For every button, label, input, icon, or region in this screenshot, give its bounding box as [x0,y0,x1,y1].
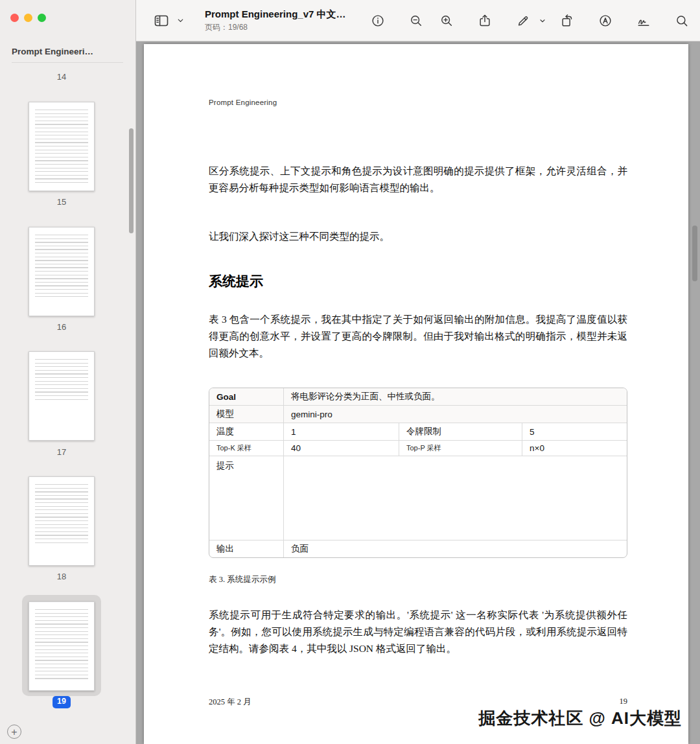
system-prompt-table: Goal 将电影评论分类为正面、中性或负面。 模型 gemini-pro 温度 … [209,388,627,558]
selected-page-badge: 19 [52,696,71,708]
thumbnail-preview-lines [35,484,88,544]
page-thumbnail-17[interactable] [29,351,95,441]
page-footer: 2025 年 2 月 19 [209,697,627,708]
thumbnail-preview-lines [35,359,88,402]
sidebar-options-chevron[interactable] [175,11,185,30]
toolbar-title-block: Prompt Engineering_v7 中文… 页码：19/68 [205,8,367,33]
preview-window: Prompt Engineeri… 14 15 16 17 18 19 + [0,0,700,744]
table-cell: 温度 [209,423,284,441]
watermark-text: 掘金技术社区 @ AI大模型 [478,707,682,730]
table-caption: 表 3. 系统提示示例 [209,574,627,585]
sidebar-divider [12,62,123,63]
table-cell: 提示 [209,456,284,541]
rotate-button[interactable] [556,11,578,30]
sidebar-toggle-button[interactable] [150,11,172,30]
signature-icon [636,14,651,28]
pdf-page-19: Prompt Engineering 区分系统提示、上下文提示和角色提示为设计意… [144,44,688,744]
annotate-button[interactable] [594,11,616,30]
thumbnail-sidebar: Prompt Engineeri… 14 15 16 17 18 19 + [0,0,136,744]
page-thumbnail-19-selected[interactable] [29,601,95,691]
traffic-lights [10,14,46,22]
add-page-button[interactable]: + [7,725,21,739]
footer-page-number: 19 [620,697,628,708]
table-cell: gemini-pro [284,406,628,423]
section-heading-system-prompt: 系统提示 [209,272,627,290]
sidebar-scrollbar[interactable] [129,128,134,233]
table-cell: 40 [284,441,399,456]
sidebar-panel-icon [154,13,169,29]
footer-date: 2025 年 2 月 [209,697,251,708]
close-window-button[interactable] [10,14,19,22]
table-cell: 模型 [209,406,284,423]
circle-a-icon [598,14,612,28]
chevron-down-icon [539,17,546,25]
page-thumbnail-18[interactable] [29,476,95,566]
paragraph: 区分系统提示、上下文提示和角色提示为设计意图明确的提示提供了框架，允许灵活组合，… [209,163,627,196]
running-header: Prompt Engineering [209,99,627,106]
fullscreen-window-button[interactable] [38,14,46,22]
table-row-goal: Goal 将电影评论分类为正面、中性或负面。 [209,388,628,406]
sidebar-document-title: Prompt Engineeri… [12,47,125,56]
table-cell: 令牌限制 [399,423,522,441]
minimize-window-button[interactable] [24,14,32,22]
page-thumbnail-15[interactable] [29,102,95,191]
info-icon [371,14,385,28]
toolbar: Prompt Engineering_v7 中文… 页码：19/68 [136,0,700,41]
table-cell: 将电影评论分类为正面、中性或负面。 [284,388,628,406]
table-row-sampling: Top-K 采样 40 Top-P 采样 n×0 [209,441,628,456]
document-title: Prompt Engineering_v7 中文… [205,8,367,21]
table-row-output: 输出 负面 [209,541,628,558]
zoom-out-button[interactable] [405,11,427,30]
table-cell: 输出 [209,541,284,558]
table-cell: Goal [209,388,284,406]
signature-button[interactable] [633,11,655,30]
paragraph: 系统提示可用于生成符合特定要求的输出。'系统提示' 这一名称实际代表 '为系统提… [209,607,627,657]
thumbnail-label-14: 14 [57,72,66,82]
thumbnail-label-16: 16 [57,322,66,332]
search-icon [675,14,689,28]
table-row-prompt: 提示 [209,456,628,541]
chevron-down-icon [176,16,185,25]
paragraph: 表 3 包含一个系统提示，我在其中指定了关于如何返回输出的附加信息。我提高了温度… [209,311,627,362]
page-thumbnail-16[interactable] [29,227,95,316]
markup-options-chevron[interactable] [537,11,548,30]
table-cell: 5 [522,423,628,441]
thumbnail-preview-lines [35,110,88,185]
table-cell: Top-K 采样 [209,441,284,456]
zoom-in-button[interactable] [436,11,458,30]
markup-pen-icon [516,14,530,28]
page-indicator: 页码：19/68 [205,22,367,33]
markup-pen-button[interactable] [512,11,534,30]
paragraph: 让我们深入探讨这三种不同类型的提示。 [209,228,627,245]
thumbnail-preview-lines [35,609,88,680]
thumbnail-label-17: 17 [57,447,66,457]
table-cell: n×0 [522,441,628,456]
search-button[interactable] [671,11,693,30]
share-icon [478,14,492,28]
table-cell [284,456,628,541]
table-cell: Top-P 采样 [399,441,522,456]
share-button[interactable] [474,11,496,30]
thumbnail-preview-lines [35,235,88,297]
table-cell: 1 [284,423,399,441]
thumbnail-label-15: 15 [57,197,66,207]
rotate-icon [560,14,574,28]
table-cell: 负面 [284,541,628,558]
thumbnail-label-18: 18 [57,572,66,581]
zoom-out-icon [409,14,423,28]
table-row-model: 模型 gemini-pro [209,406,628,423]
zoom-in-icon [439,14,454,28]
document-viewport: Prompt Engineering 区分系统提示、上下文提示和角色提示为设计意… [136,41,700,744]
info-button[interactable] [367,11,389,30]
table-row-temperature: 温度 1 令牌限制 5 [209,423,628,441]
document-scrollbar[interactable] [692,226,697,281]
